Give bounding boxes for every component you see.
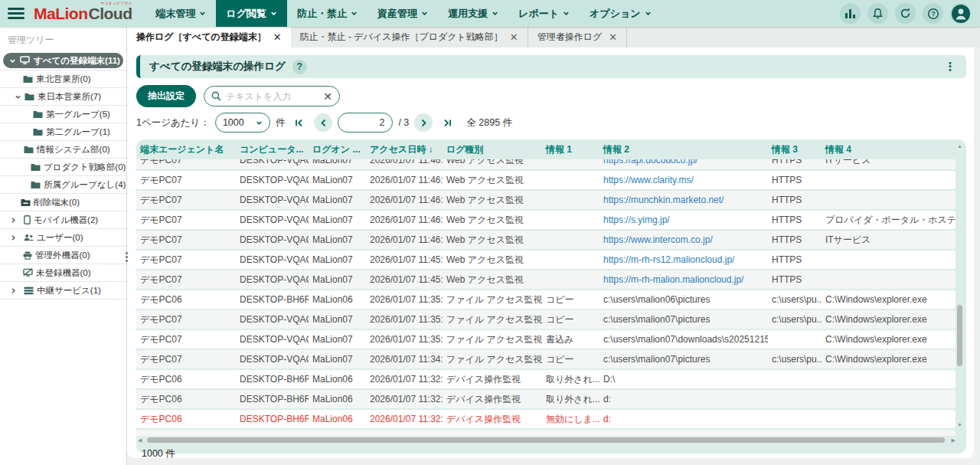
table-row-partial[interactable] [136,430,956,436]
vertical-scrollbar[interactable]: ▲ ▼ [956,143,964,427]
tree-item-info-systems-dept[interactable]: 情報システム部(0) [0,141,126,159]
page-number-input[interactable] [346,117,384,128]
tab-operation-log[interactable]: 操作ログ［すべての登録端末］ ✕ [127,27,291,47]
clear-search-icon[interactable]: ✕ [323,91,332,102]
sidebar-resize-handle[interactable] [124,251,129,264]
tree-item-unregistered-devices[interactable]: 未登録機器(0) [0,264,126,282]
kebab-menu-icon[interactable]: ⋮ [940,57,960,77]
column-header[interactable]: 情報 1 [542,139,599,159]
table-row[interactable]: デモPC07DESKTOP-VQAC...MaLion072026/01/07 … [136,191,956,209]
tree-item-no-group[interactable]: 所属グループなし(4) [0,176,126,194]
next-page-button[interactable] [414,113,433,132]
menu-options[interactable]: オプション [580,0,662,27]
tree-item-group2[interactable]: 第二グループ(1) [0,123,126,141]
menu-report[interactable]: レポート [508,0,580,27]
table-row[interactable]: デモPC06DESKTOP-BH6RI...MaLion062026/01/07… [136,370,956,388]
column-header[interactable]: 端末エージェント名 [136,139,236,159]
table-row[interactable]: デモPC06DESKTOP-BH6RI...MaLion062026/01/07… [136,390,956,408]
hamburger-menu-icon[interactable] [8,5,24,22]
column-header[interactable]: アクセス日時 ↓ [366,139,443,159]
chevron-down-icon [563,10,570,17]
column-header[interactable]: ログオン ... [309,139,366,159]
horizontal-scrollbar-thumb[interactable] [147,437,945,443]
scroll-up-icon[interactable]: ▲ [957,143,962,149]
column-header[interactable]: ログ種別 [443,139,542,159]
chevron-down-icon [256,120,263,126]
search-input[interactable] [226,91,318,102]
horizontal-scrollbar[interactable]: ◀ ▶ [141,437,951,444]
tab-device-operation[interactable]: 防止・禁止 - デバイス操作［プロダクト戦略部］ ✕ [291,27,528,47]
search-box[interactable]: ✕ [204,86,340,106]
folder-icon [24,146,34,154]
notifications-bell-icon[interactable] [867,3,888,24]
last-page-button[interactable] [438,113,456,132]
per-page-select[interactable]: 1000 [215,113,270,133]
users-icon [24,234,34,241]
tree-item-tohoku-office[interactable]: 東北営業所(0) [0,70,126,88]
account-icon[interactable] [950,3,971,24]
bar-chart-icon[interactable] [840,3,861,24]
monitor-icon [20,56,30,65]
menu-asset-management[interactable]: 資産管理 [368,0,438,27]
table-row[interactable]: デモPC07DESKTOP-VQAC...MaLion072026/01/07 … [136,231,956,249]
tree-item-east-japan-office[interactable]: 東日本営業所(7) [0,88,126,106]
log-panel: すべての登録端末の操作ログ ? ⋮ 抽出設定 ✕ 1ページあたり： 1000 件 [127,47,974,458]
chevron-right-icon [10,287,17,294]
log-table: デモPC07DESKTOP-VQAC...MaLion072026/01/07 … [136,159,956,436]
table-row[interactable]: デモPC07DESKTOP-VQAC...MaLion072026/01/07 … [136,330,956,349]
close-tab-icon[interactable]: ✕ [273,32,282,42]
page-number-box[interactable] [338,113,393,133]
previous-page-button[interactable] [314,113,332,132]
total-count-label: 全 2895 件 [466,116,512,129]
vertical-scrollbar-thumb[interactable] [957,305,962,366]
close-tab-icon[interactable]: ✕ [609,32,617,42]
tree-item-users[interactable]: ユーザー(0) [0,229,126,247]
refresh-icon[interactable] [895,3,916,24]
tab-bar: 操作ログ［すべての登録端末］ ✕ 防止・禁止 - デバイス操作［プロダクト戦略部… [127,27,980,47]
table-scroll-viewport[interactable]: デモPC07DESKTOP-VQAC...MaLion072026/01/07 … [136,159,956,436]
tree-item-deleted-terminals[interactable]: 削除端末(0) [0,194,126,211]
table-row[interactable]: デモPC06DESKTOP-BH6RI...MaLion062026/01/07… [136,290,956,309]
tree-item-product-strategy-dept[interactable]: プロダクト戦略部(0) [0,159,126,176]
table-row[interactable]: デモPC07DESKTOP-VQAC...MaLion072026/01/07 … [136,310,956,329]
panel-title: すべての登録端末の操作ログ [149,60,286,74]
help-icon[interactable]: ? [923,3,943,24]
scroll-right-icon[interactable]: ▶ [952,437,956,444]
table-row[interactable]: デモPC07DESKTOP-VQAC...MaLion072026/01/07 … [136,159,956,169]
search-icon [211,91,221,101]
scroll-down-icon[interactable]: ▼ [957,422,962,427]
menu-terminal-management[interactable]: 端末管理 [145,0,216,27]
management-tree-sidebar: 管理ツリー すべての登録端末(11) 東北営業所(0) 東日本営業所(7) [0,27,127,465]
table-row[interactable]: デモPC07DESKTOP-VQAC...MaLion072026/01/07 … [136,350,956,368]
help-badge-icon[interactable]: ? [292,60,307,74]
tree-item-unmanaged-devices[interactable]: 管理外機器(0) [0,247,126,264]
table-row[interactable]: デモPC07DESKTOP-VQAC...MaLion072026/01/07 … [136,270,956,289]
main-menu: 端末管理 ログ閲覧 防止・禁止 資産管理 運用支援 レポート オプション [145,0,661,27]
column-header[interactable]: コンピュータ... [236,139,309,159]
menu-log-view[interactable]: ログ閲覧 [216,0,287,27]
menu-prevention[interactable]: 防止・禁止 [287,0,368,27]
chevron-down-icon [199,10,206,17]
scroll-left-icon[interactable]: ◀ [138,437,142,444]
folder-icon [24,93,34,101]
page-row-count: 1000 件 [136,444,966,465]
first-page-button[interactable] [290,113,309,132]
tab-admin-operation-log[interactable]: 管理者操作ログ ✕ [528,27,627,47]
table-row[interactable]: デモPC07DESKTOP-VQAC...MaLion072026/01/07 … [136,211,956,229]
column-header[interactable]: 情報 2 [599,139,768,159]
tree-item-relay-service[interactable]: 中継サービス(1) [0,282,126,300]
folder-icon [33,110,43,119]
menu-operation-support[interactable]: 運用支援 [438,0,508,27]
table-row[interactable]: デモPC06DESKTOP-BH6RI...MaLion062026/01/07… [136,410,956,428]
column-header[interactable]: 情報 3 [768,139,822,159]
tree-item-mobile-devices[interactable]: モバイル機器(2) [0,211,126,229]
deleted-folder-icon [21,198,31,207]
extract-settings-button[interactable]: 抽出設定 [136,85,196,107]
tree-item-all-registered-terminals[interactable]: すべての登録端末(11) [3,53,123,68]
tree-item-group1[interactable]: 第一グループ(5) [0,106,126,123]
table-row[interactable]: デモPC07DESKTOP-VQAC...MaLion072026/01/07 … [136,171,956,189]
close-tab-icon[interactable]: ✕ [510,32,518,42]
panel-header: すべての登録端末の操作ログ ? ⋮ [136,55,966,78]
table-row[interactable]: デモPC07DESKTOP-VQAC...MaLion072026/01/07 … [136,251,956,269]
column-header[interactable]: 情報 4 [822,139,956,159]
